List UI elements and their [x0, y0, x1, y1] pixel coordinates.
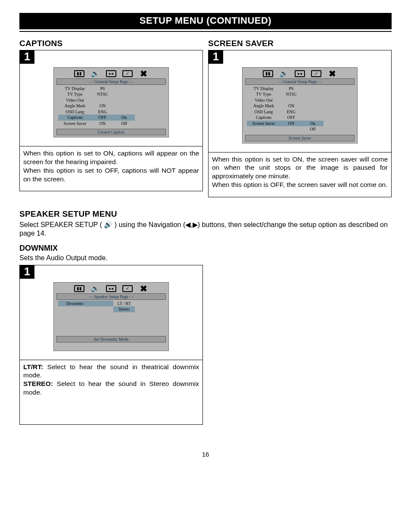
osd-cell: ENG [92, 109, 113, 115]
captions-desc-2: When this option is set to OFF, captions… [23, 166, 199, 184]
dolby-icon: ▸◂ [106, 70, 116, 77]
osd-cell: TV Type [247, 91, 280, 97]
osd-cell: Stereo [113, 306, 135, 312]
osd-cell: Screen Saver [58, 121, 92, 127]
captions-desc: When this option is set to ON, captions … [19, 146, 203, 191]
osd-row: Screen SaverONOn [247, 121, 353, 127]
osd-cell [302, 115, 324, 121]
osd-cell: PS [92, 86, 113, 92]
step-number: 1 [20, 265, 34, 279]
osd-row: CaptionsOFFOn [58, 115, 164, 121]
downmix-osd-wrap: ▮▮ 🔊 ▸◂ ✓ ✖ - - Speaker Setup Page - - D… [20, 279, 202, 360]
osd-row: TV TypeNTSC [247, 91, 353, 97]
speaker-setup-text: Select SPEAKER SETUP ( 🔊 ) using the Nav… [19, 221, 392, 238]
osd-cell: ENG [280, 109, 302, 115]
captions-osd-wrap: ▮▮ 🔊 ▸◂ ✓ ✖ - - General Setup Page - - T… [20, 64, 202, 146]
screensaver-column: SCREEN SAVER 1 ▮▮ 🔊 ▸◂ ✓ ✖ - - General S… [208, 36, 392, 197]
osd-cell: PS [280, 86, 302, 92]
screensaver-desc-1: When this option is set to ON, the scree… [212, 155, 388, 180]
two-column-row: CAPTIONS 1 ▮▮ 🔊 ▸◂ ✓ ✖ - - General Setup… [19, 36, 392, 197]
osd-cell [113, 91, 135, 97]
general-icon: ▮▮ [263, 70, 273, 77]
osd-cell: ON [280, 121, 302, 127]
screensaver-osd: ▮▮ 🔊 ▸◂ ✓ ✖ - - General Setup Page - - T… [242, 67, 358, 143]
dolby-icon: ▸◂ [295, 70, 305, 77]
divider [19, 31, 392, 32]
speaker-inline-icon: 🔊 [104, 221, 112, 228]
osd-header: - - General Setup Page - - [56, 78, 166, 85]
screensaver-step-box: 1 ▮▮ 🔊 ▸◂ ✓ ✖ - - General Setup Page - -… [208, 50, 392, 152]
check-icon: ✓ [122, 285, 133, 292]
osd-footer: Screen Saver [245, 135, 355, 141]
osd-cell: ON [92, 121, 113, 127]
osd-cell [302, 109, 324, 115]
osd-cell: TV Type [58, 91, 92, 97]
osd-cell [92, 301, 113, 307]
osd-cell: OSD Lang [247, 109, 280, 115]
general-icon: ▮▮ [74, 70, 84, 77]
osd-icon-row: ▮▮ 🔊 ▸◂ ✓ ✖ [56, 285, 166, 292]
osd-header: - - General Setup Page - - [245, 78, 355, 85]
osd-cell: Video Out [247, 97, 280, 103]
osd-cell: Off [113, 121, 135, 127]
speaker-setup-section: SPEAKER SETUP MENU Select SPEAKER SETUP … [19, 209, 392, 238]
downmix-step-box: 1 ▮▮ 🔊 ▸◂ ✓ ✖ - - Speaker Setup Page - -… [19, 265, 203, 360]
osd-row: Off [247, 126, 353, 132]
osd-cell: Angle Mark [247, 103, 280, 109]
speaker-text-mid: ) using the Navigation ( [115, 221, 186, 228]
osd-cell: On [302, 121, 324, 127]
downmix-osd: ▮▮ 🔊 ▸◂ ✓ ✖ - - Speaker Setup Page - - D… [53, 282, 169, 351]
downmix-desc: LT/RT: Select to hear the sound in theat… [19, 360, 203, 425]
osd-row: Stereo [58, 306, 164, 312]
osd-cell [280, 126, 302, 132]
osd-row: CaptionsOFF [247, 115, 353, 121]
captions-column: CAPTIONS 1 ▮▮ 🔊 ▸◂ ✓ ✖ - - General Setup… [19, 36, 203, 197]
osd-row: Video Out [247, 97, 353, 103]
page-number: 16 [19, 451, 392, 458]
osd-cell: TV Display [58, 86, 92, 92]
osd-cell [302, 97, 324, 103]
downmix-row: 1 ▮▮ 🔊 ▸◂ ✓ ✖ - - Speaker Setup Page - -… [19, 265, 392, 425]
osd-row: Angle MarkON [247, 103, 353, 109]
osd-row: TV DisplayPS [247, 86, 353, 92]
speaker-text-pre: Select SPEAKER SETUP ( [19, 221, 102, 228]
speaker-setup-heading: SPEAKER SETUP MENU [19, 209, 392, 219]
screensaver-heading: SCREEN SAVER [208, 39, 392, 48]
osd-icon-row: ▮▮ 🔊 ▸◂ ✓ ✖ [245, 70, 355, 77]
osd-rows: TV DisplayPSTV TypeNTSCVideo OutAngle Ma… [245, 86, 355, 133]
step-number: 1 [20, 50, 34, 64]
osd-cell: LT / RT [113, 301, 135, 307]
osd-cell [113, 97, 135, 103]
osd-cell [113, 86, 135, 92]
osd-row: Video Out [58, 97, 164, 103]
osd-row: OSD LangENG [247, 109, 353, 115]
check-icon: ✓ [311, 70, 321, 77]
left-arrow-icon: ◀ [185, 221, 190, 228]
osd-footer: Closed Caption [56, 129, 166, 135]
osd-cell [302, 91, 324, 97]
right-arrow-icon: ▶ [193, 221, 198, 228]
osd-icon-row: ▮▮ 🔊 ▸◂ ✓ ✖ [56, 70, 166, 77]
osd-cell: Captions [58, 115, 92, 121]
general-icon: ▮▮ [74, 285, 84, 292]
osd-cell: Downmix [58, 301, 92, 307]
downmix-heading: DOWNMIX [19, 244, 392, 253]
osd-cell: NTSC [92, 91, 113, 97]
exit-icon: ✖ [139, 70, 148, 77]
downmix-desc-stereo: STEREO: Select to hear the sound in Ster… [23, 380, 199, 397]
dolby-icon: ▸◂ [106, 285, 116, 292]
captions-osd: ▮▮ 🔊 ▸◂ ✓ ✖ - - General Setup Page - - T… [53, 67, 169, 138]
lt-rt-text: Select to hear the sound in theatrical d… [23, 363, 199, 379]
screensaver-osd-wrap: ▮▮ 🔊 ▸◂ ✓ ✖ - - General Setup Page - - T… [209, 64, 391, 152]
speaker-icon: 🔊 [90, 70, 100, 77]
page-title: SETUP MENU (CONTINUED) [140, 15, 271, 26]
osd-cell [280, 97, 302, 103]
captions-desc-1: When this option is set to ON, captions … [23, 149, 199, 166]
osd-cell: Video Out [58, 97, 92, 103]
osd-cell: OFF [280, 115, 302, 121]
osd-cell: Off [302, 126, 324, 132]
check-icon: ✓ [122, 70, 133, 77]
osd-cell: OSD Lang [58, 109, 92, 115]
downmix-intro: Sets the Audio Output mode. [19, 254, 392, 262]
osd-cell: NTSC [280, 91, 302, 97]
